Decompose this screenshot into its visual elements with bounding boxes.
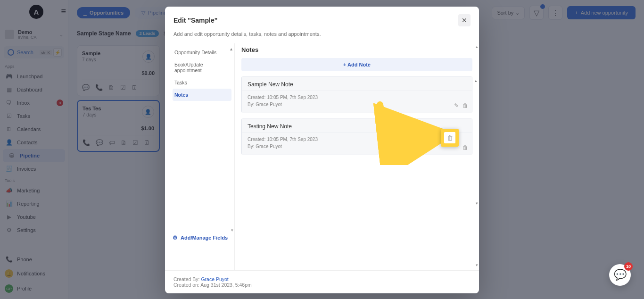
delete-note-icon[interactable]: 🗑 <box>444 132 455 143</box>
delete-note-icon[interactable]: 🗑 <box>462 101 468 110</box>
modal-right-panel: ▴ Notes + Add Note ▴ Sample New Note Cre… <box>235 43 479 270</box>
chat-badge: 10 <box>624 262 633 271</box>
close-button[interactable]: ✕ <box>458 14 471 26</box>
scroll-down-icon[interactable]: ▾ <box>476 201 478 206</box>
created-by-label: Created By: <box>173 276 201 282</box>
add-fields-label: Add/Manage Fields <box>181 235 228 241</box>
gear-icon: ⚙ <box>173 234 178 241</box>
note-title: Testing New Note <box>242 118 472 133</box>
note-card: ▴ Sample New Note Created: 10:05 PM, 7th… <box>241 76 472 113</box>
chat-icon: 💬 <box>614 269 627 281</box>
note-created: Created: 10:05 PM, 7th Sep 2023 <box>248 94 466 101</box>
note-created: Created: 10:05 PM, 7th Sep 2023 <box>248 136 466 143</box>
tab-tasks[interactable]: Tasks <box>173 76 231 89</box>
scroll-down-icon[interactable]: ▾ <box>476 263 478 267</box>
scroll-up-icon[interactable]: ▴ <box>476 44 478 49</box>
delete-highlight: 🗑 <box>441 129 459 147</box>
modal-title: Edit "Sample" <box>173 17 458 24</box>
notes-heading: Notes <box>241 46 472 53</box>
scroll-down-icon[interactable]: ▾ <box>231 228 233 233</box>
edit-opportunity-modal: Edit "Sample" ✕ Add and edit opportunity… <box>165 7 479 293</box>
note-title: Sample New Note <box>242 76 472 91</box>
tab-opportunity-details[interactable]: Opportunity Details <box>173 46 231 58</box>
note-author: By: Grace Puyot <box>248 143 466 150</box>
tab-appointment[interactable]: Book/Update appointment <box>173 58 231 76</box>
created-on: Created on: Aug 31st 2023, 5:46pm <box>173 282 471 288</box>
modal-footer: Created By: Grace Puyot Created on: Aug … <box>165 270 479 293</box>
scroll-up-icon[interactable]: ▴ <box>475 78 477 83</box>
note-author: By: Grace Puyot <box>248 101 466 108</box>
modal-subtitle: Add and edit opportunity details, tasks,… <box>165 28 479 43</box>
chat-fab[interactable]: 💬 10 <box>609 264 631 286</box>
note-card: Testing New Note Created: 10:05 PM, 7th … <box>241 118 472 155</box>
delete-note-icon[interactable]: 🗑 <box>462 143 468 152</box>
collapse-icon[interactable]: ▴ <box>230 46 232 51</box>
tab-notes[interactable]: Notes <box>173 89 231 101</box>
add-note-button[interactable]: + Add Note <box>241 58 472 71</box>
modal-left-panel: ▴ Opportunity Details Book/Update appoin… <box>165 43 235 270</box>
close-icon: ✕ <box>462 17 467 24</box>
created-by-link[interactable]: Grace Puyot <box>201 276 228 282</box>
edit-note-icon[interactable]: ✎ <box>454 101 459 110</box>
add-manage-fields-link[interactable]: ⚙ Add/Manage Fields <box>173 234 228 241</box>
